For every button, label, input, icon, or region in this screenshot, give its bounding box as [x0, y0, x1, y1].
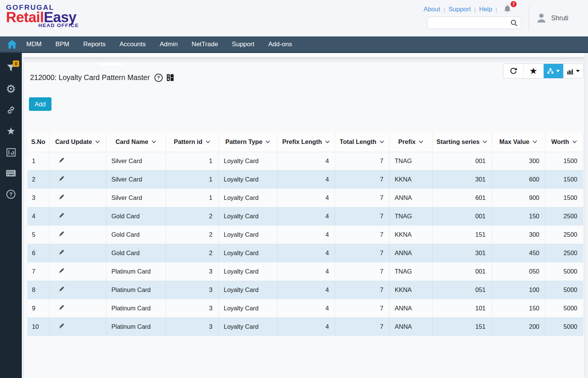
cell-card-name: Silver Card: [106, 189, 166, 207]
cell-total-length: 7: [335, 207, 389, 225]
notification-bell-icon[interactable]: 7: [503, 4, 511, 15]
table-row: 6 Gold Card: [27, 244, 583, 262]
add-button[interactable]: Add: [29, 97, 51, 111]
cell-pattern-id: 2: [166, 244, 218, 262]
table-body: 1 Silver Card: [27, 152, 583, 336]
support-link[interactable]: Support: [449, 6, 471, 13]
cell-sno: 1: [27, 152, 49, 170]
cell-pattern-type: Loyalty Card: [218, 207, 277, 225]
chart-view-button[interactable]: [563, 64, 583, 78]
cell-starting-series: 101: [432, 299, 491, 318]
edit-pencil-icon[interactable]: [58, 157, 65, 164]
help-link[interactable]: Help: [479, 6, 492, 13]
cell-pattern-id: 3: [166, 281, 218, 299]
cell-total-length: 7: [335, 152, 389, 170]
view-toolbar: ★: [503, 64, 583, 79]
cell-starting-series: 151: [432, 225, 491, 244]
cell-pattern-id: 3: [166, 318, 218, 336]
cell-sno: 10: [27, 318, 49, 336]
hierarchy-view-button[interactable]: [543, 64, 563, 78]
cell-prefix: ANNA: [389, 318, 432, 336]
about-link[interactable]: About: [423, 6, 440, 13]
cell-total-length: 7: [335, 170, 389, 189]
sort-chevron-icon: [325, 140, 330, 144]
cell-prefix: TNAG: [389, 262, 432, 281]
cell-prefix: KKNA: [389, 281, 432, 299]
edit-pencil-icon[interactable]: [58, 304, 65, 311]
column-header[interactable]: Prefix: [389, 132, 432, 152]
bar-chart-icon: [567, 68, 574, 74]
table-row: 4 Gold Card: [27, 207, 583, 225]
edit-pencil-icon[interactable]: [58, 212, 65, 219]
content-top-strip: [23, 53, 585, 61]
nav-item[interactable]: Accounts: [119, 41, 146, 48]
settings-icon[interactable]: ⚙: [6, 84, 16, 94]
column-header[interactable]: Card Name: [106, 132, 166, 152]
cell-max-value: 900: [491, 189, 545, 207]
home-icon[interactable]: [7, 40, 17, 49]
chevron-down-icon: [556, 70, 560, 72]
nav-item[interactable]: Add-ons: [268, 41, 292, 48]
column-header[interactable]: Prefix Length: [277, 132, 335, 152]
column-header[interactable]: Total Length: [335, 132, 389, 152]
column-header[interactable]: Starting series: [432, 132, 491, 152]
column-header[interactable]: Pattern id: [166, 132, 218, 152]
edit-pencil-icon[interactable]: [58, 267, 65, 274]
edit-pencil-icon[interactable]: [58, 230, 65, 237]
nav-item[interactable]: MDM: [26, 41, 42, 48]
link-icon[interactable]: [6, 105, 16, 115]
cell-card-update: [49, 170, 106, 189]
filter-icon[interactable]: 0: [6, 63, 15, 73]
star-icon[interactable]: ★: [6, 126, 15, 136]
column-header[interactable]: Pattern Type: [218, 132, 277, 152]
cell-pattern-id: 2: [166, 207, 218, 225]
cell-max-value: 150: [491, 299, 545, 318]
cell-starting-series: 301: [432, 170, 491, 189]
favorite-button[interactable]: ★: [523, 64, 543, 78]
cell-card-update: [49, 318, 106, 336]
cell-prefix: ANNA: [389, 244, 432, 262]
user-menu[interactable]: Shruti: [529, 6, 588, 30]
nav-item[interactable]: BPM: [56, 41, 70, 48]
title-help-icon[interactable]: ?: [154, 74, 163, 82]
nav-item[interactable]: NetTrade: [192, 41, 218, 48]
search-icon[interactable]: [510, 19, 518, 28]
sort-chevron-icon: [95, 140, 100, 144]
cell-sno: 6: [27, 244, 49, 262]
nav-item[interactable]: Support: [232, 41, 254, 48]
cell-pattern-type: Loyalty Card: [218, 244, 277, 262]
nav-item[interactable]: Admin: [160, 41, 178, 48]
column-header[interactable]: S.No: [27, 132, 49, 152]
column-header[interactable]: Max Value: [491, 132, 545, 152]
cell-prefix-length: 4: [277, 207, 335, 225]
table-row: 7 Platinum Card: [27, 262, 583, 281]
sort-chevron-icon: [482, 140, 487, 144]
column-header[interactable]: Worth: [545, 132, 583, 152]
cell-pattern-id: 1: [166, 189, 218, 207]
star-icon: ★: [529, 67, 538, 76]
search-input[interactable]: [427, 17, 521, 29]
cell-pattern-id: 1: [166, 170, 218, 189]
header-right: About | Support | Help | 7: [423, 0, 521, 36]
keyboard-icon[interactable]: [6, 168, 16, 178]
sort-chevron-icon: [419, 140, 423, 144]
cell-sno: 9: [27, 299, 49, 318]
nav-item[interactable]: Reports: [83, 41, 106, 48]
edit-pencil-icon[interactable]: [58, 175, 65, 182]
edit-pencil-icon[interactable]: [58, 194, 65, 201]
edit-pencil-icon[interactable]: [58, 249, 65, 256]
table-row: 9 Platinum Card: [27, 299, 583, 318]
cell-prefix: ANNA: [389, 189, 432, 207]
refresh-button[interactable]: [503, 64, 523, 78]
window-shortcut-icon[interactable]: [6, 147, 16, 157]
shortcut-keys-icon[interactable]: [166, 74, 174, 81]
drag-pill: [99, 63, 123, 65]
edit-pencil-icon[interactable]: [58, 322, 65, 330]
help-icon[interactable]: ?: [6, 189, 15, 200]
edit-pencil-icon[interactable]: [58, 286, 65, 293]
nav-items: MDM BPM Reports Accounts Admin NetTrade …: [26, 41, 306, 48]
cell-prefix-length: 4: [277, 262, 335, 281]
cell-card-name: Gold Card: [106, 225, 166, 244]
cell-sno: 3: [27, 189, 49, 207]
column-header[interactable]: Card Update: [49, 132, 106, 152]
